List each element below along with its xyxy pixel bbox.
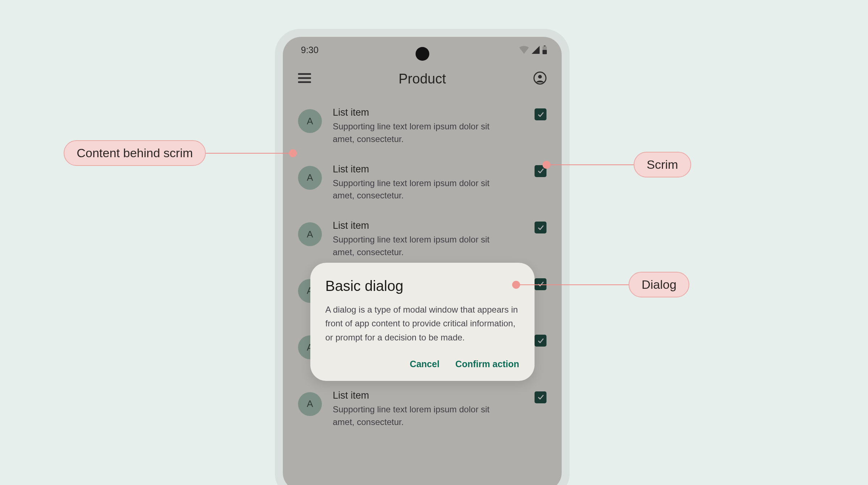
phone-screen: 9:30: [283, 37, 562, 485]
diagram-stage: 9:30: [0, 0, 868, 485]
phone-frame: 9:30: [275, 29, 570, 485]
annotation-dot: [542, 161, 550, 169]
dialog-body: A dialog is a type of modal window that …: [326, 303, 519, 344]
annotation-label: Dialog: [629, 272, 689, 297]
annotation-dot: [512, 281, 520, 289]
dialog-actions: Cancel Confirm action: [326, 359, 519, 369]
annotation-content-behind-scrim: Content behind scrim: [64, 140, 297, 166]
annotation-line: [206, 153, 289, 154]
annotation-label: Content behind scrim: [64, 140, 206, 166]
annotation-label: Scrim: [634, 152, 691, 177]
annotation-dot: [289, 149, 297, 157]
annotation-line: [520, 284, 629, 285]
scrim[interactable]: [283, 37, 562, 485]
confirm-button[interactable]: Confirm action: [455, 359, 519, 369]
annotation-line: [550, 164, 634, 165]
dialog-title: Basic dialog: [326, 278, 519, 294]
cancel-button[interactable]: Cancel: [410, 359, 439, 369]
annotation-scrim: Scrim: [542, 152, 691, 177]
dialog: Basic dialog A dialog is a type of modal…: [310, 263, 535, 381]
annotation-dialog: Dialog: [512, 272, 689, 297]
